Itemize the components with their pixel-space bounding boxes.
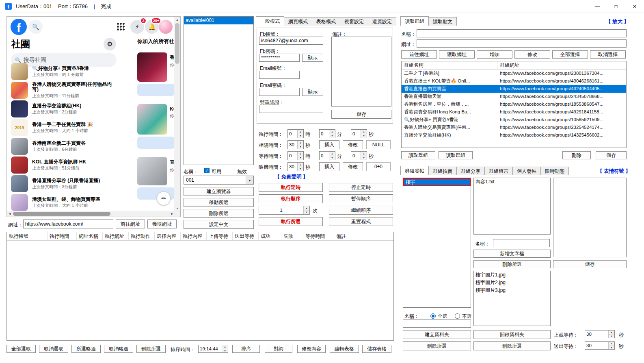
image-listbox[interactable]: 樓宇圖片1.jpg 樓宇圖片2.jpg 樓宇圖片3.jpg bbox=[473, 271, 551, 326]
scroll-left-icon[interactable]: ◀ bbox=[7, 211, 13, 217]
random-spinner[interactable]: 30▲▼ bbox=[287, 162, 304, 171]
column-header[interactable]: 執行時間 bbox=[48, 232, 77, 240]
chevron-down-icon[interactable]: ▾ bbox=[246, 176, 253, 184]
vertical-scrollbar[interactable]: ▲ ▼ bbox=[174, 17, 180, 211]
column-header[interactable]: 等待時間 bbox=[303, 232, 334, 240]
tab-group-comment[interactable]: 群組留言 bbox=[484, 167, 513, 175]
move-selected-button[interactable]: 移動所選 bbox=[184, 198, 254, 207]
preview-listbox[interactable] bbox=[553, 178, 627, 257]
save-table-button[interactable]: 儲存表格 bbox=[362, 345, 391, 353]
image-item[interactable]: 樓宇圖片3.jpg bbox=[474, 287, 550, 294]
column-header[interactable]: 上傳等待 bbox=[207, 232, 233, 240]
column-header[interactable]: 執行網址 bbox=[103, 232, 129, 240]
go-group-url-button[interactable]: 前往網址 bbox=[401, 50, 437, 59]
run-count-spinner[interactable]: 1▲▼ bbox=[259, 206, 310, 215]
random-insert-button[interactable]: 插入 bbox=[319, 162, 339, 171]
delete-group-button[interactable]: 刪除 bbox=[562, 151, 591, 159]
emoji-link[interactable]: 【 表情符號 】 bbox=[597, 168, 631, 175]
tab-general-mode[interactable]: 一般模式 bbox=[256, 16, 284, 26]
exec-seconds-spinner[interactable]: 0▲▼ bbox=[351, 129, 367, 138]
select-none-label[interactable]: 不選 bbox=[462, 313, 472, 320]
edit-table-button[interactable]: 編輯表格 bbox=[330, 345, 359, 353]
column-header[interactable]: 執行帳號 bbox=[7, 232, 48, 240]
image-item[interactable]: 樓宇圖片1.jpg bbox=[474, 271, 550, 279]
select-all-label[interactable]: 全選 bbox=[438, 313, 447, 320]
delete-selected-file-button[interactable]: 刪除所選 bbox=[473, 260, 551, 268]
swap-button[interactable]: 對調 bbox=[265, 345, 292, 353]
fetch-group-url-button[interactable]: 獲取網址 bbox=[439, 50, 475, 59]
available-label[interactable]: 可用 bbox=[212, 168, 221, 175]
available-checkbox[interactable]: ✓ bbox=[204, 168, 210, 173]
scroll-up-icon[interactable]: ▲ bbox=[174, 17, 180, 23]
run-timer-button[interactable]: 執行定時 bbox=[259, 183, 323, 192]
save-content-button[interactable]: 儲存 bbox=[553, 260, 627, 268]
minimize-button[interactable]: — bbox=[588, 0, 607, 13]
scrollbar-thumb[interactable] bbox=[175, 23, 179, 64]
group-table-row[interactable]: 直播分享交流群組(HK)https://www.facebook.com/gro… bbox=[402, 131, 626, 139]
group-table-row[interactable]: 香港租售房屋，車位，商舖，...https://www.facebook.com… bbox=[402, 100, 626, 108]
reset-program-button[interactable]: 重置程式 bbox=[329, 217, 393, 226]
maximize-button[interactable]: □ bbox=[607, 0, 625, 13]
read-groups-button-2[interactable]: 讀取群組 bbox=[439, 151, 473, 159]
two-factor-input[interactable] bbox=[259, 105, 323, 113]
fb-group-item[interactable]: 香港人購物交易買賣專區(任何物品均可)上次發文時間：11分鐘前 bbox=[9, 81, 117, 100]
fb-group-item[interactable]: 2019 香港一手二手任賞任賣群 🎉上次發文時間：大約 1 小時前 bbox=[9, 118, 117, 137]
horizontal-scrollbar[interactable]: ◀ ▶ bbox=[7, 211, 175, 217]
content-folder-listbox[interactable]: 樓宇 bbox=[403, 178, 471, 308]
modify-content-button[interactable]: 修改內容 bbox=[297, 345, 326, 353]
tab-restore-settings[interactable]: 還原設定 bbox=[368, 17, 396, 26]
column-header[interactable]: 失敗 bbox=[281, 232, 303, 240]
run-sequence-button[interactable]: 執行順序 bbox=[259, 194, 323, 203]
tab-group-auction[interactable]: 群組拍賣 bbox=[428, 167, 457, 175]
pause-sequence-button[interactable]: 暫停順序 bbox=[329, 194, 393, 203]
column-header[interactable]: 備註 bbox=[334, 232, 394, 240]
card-action-button[interactable] bbox=[137, 137, 175, 149]
column-header[interactable]: 執行動作 bbox=[129, 232, 155, 240]
joined-group-card-image[interactable] bbox=[137, 52, 167, 82]
show-email-password-button[interactable]: 顯示 bbox=[302, 88, 323, 96]
tab-web-mode[interactable]: 網頁模式 bbox=[284, 17, 312, 26]
run-selected-button[interactable]: 執行所選 bbox=[259, 217, 323, 226]
card-action-button[interactable] bbox=[137, 84, 175, 96]
add-group-button[interactable]: 增加 bbox=[477, 50, 512, 59]
joined-group-card-image[interactable] bbox=[137, 104, 167, 135]
fb-group-item[interactable]: 港澳女裝鞋、袋、飾物買賣專區上次發文時間：大約 1 小時前 bbox=[9, 193, 117, 211]
text-file-item[interactable]: 內容1.txt bbox=[474, 178, 550, 186]
scroll-down-icon[interactable]: ▼ bbox=[174, 205, 180, 211]
tab-group-share[interactable]: 群組分享 bbox=[456, 167, 485, 175]
sort-button[interactable]: 排序 bbox=[232, 345, 260, 353]
create-browser-button[interactable]: 建立瀏覽器 bbox=[184, 187, 254, 196]
pencil-edit-icon[interactable]: ✏ bbox=[157, 191, 171, 205]
folder-name-input[interactable] bbox=[403, 320, 471, 328]
file-name-input[interactable] bbox=[493, 239, 550, 247]
deselect-all-rows-button[interactable]: 取消選取 bbox=[39, 345, 68, 353]
search-icon[interactable]: 🔍 bbox=[29, 20, 43, 34]
profile-listbox[interactable]: available\001 bbox=[184, 16, 254, 165]
image-item[interactable]: 樓宇圖片2.jpg bbox=[474, 279, 550, 287]
email-password-input[interactable] bbox=[259, 88, 300, 96]
email-account-input[interactable] bbox=[259, 71, 300, 79]
disclaimer-link[interactable]: 【 免責聲明 】 bbox=[260, 174, 323, 180]
column-header[interactable]: 送出等待 bbox=[233, 232, 259, 240]
facebook-home-logo-icon[interactable]: f bbox=[11, 19, 27, 35]
show-fb-password-button[interactable]: 顯示 bbox=[302, 54, 323, 62]
select-all-radio[interactable] bbox=[430, 313, 436, 319]
url-input[interactable] bbox=[23, 220, 113, 228]
exec-minutes-spinner[interactable]: 0▲▼ bbox=[319, 129, 335, 138]
group-table-row-selected[interactable]: 香港直播自由買賣區https://www.facebook.com/groups… bbox=[402, 85, 626, 93]
delete-selected-button[interactable]: 刪除所選 bbox=[184, 209, 254, 218]
delete-selected-rows-button[interactable]: 刪除所選 bbox=[136, 345, 166, 353]
wait-hours-spinner[interactable]: 0▲▼ bbox=[287, 151, 304, 160]
open-folder-button[interactable]: 開啟資料夾 bbox=[473, 330, 551, 339]
group-url-input[interactable] bbox=[417, 39, 627, 48]
interval-spinner[interactable]: 30▲▼ bbox=[287, 140, 304, 149]
exec-hours-spinner[interactable]: 0▲▼ bbox=[287, 129, 304, 138]
note-textarea[interactable] bbox=[331, 37, 391, 107]
resume-sequence-button[interactable]: 繼續順序 bbox=[329, 206, 393, 215]
tab-window-settings[interactable]: 視窗設定 bbox=[340, 17, 368, 26]
unskip-selected-button[interactable]: 取消略過 bbox=[104, 345, 133, 353]
wait-minutes-spinner[interactable]: 0▲▼ bbox=[319, 151, 335, 160]
skip-selected-button[interactable]: 所選略過 bbox=[71, 345, 101, 353]
gear-icon[interactable]: ⚙ bbox=[104, 38, 116, 50]
content-folder-item-selected[interactable]: 樓宇 bbox=[403, 178, 471, 186]
